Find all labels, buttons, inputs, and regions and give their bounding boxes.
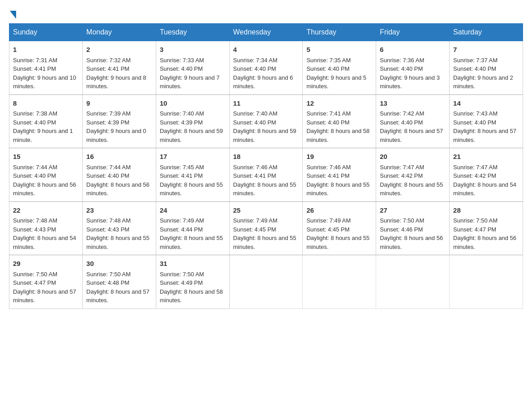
sunset-text: Sunset: 4:39 PM <box>160 119 203 126</box>
daylight-text: Daylight: 8 hours and 57 minutes. <box>86 288 150 304</box>
day-number: 31 <box>160 259 226 269</box>
sunrise-text: Sunrise: 7:39 AM <box>86 110 131 117</box>
day-number: 17 <box>160 152 226 162</box>
daylight-text: Daylight: 8 hours and 56 minutes. <box>453 235 516 250</box>
sunrise-text: Sunrise: 7:40 AM <box>233 110 278 117</box>
calendar-header-row: SundayMondayTuesdayWednesdayThursdayFrid… <box>9 24 523 41</box>
calendar-day-cell: 27Sunrise: 7:50 AMSunset: 4:46 PMDayligh… <box>376 201 450 255</box>
day-number: 30 <box>86 259 152 269</box>
day-number: 14 <box>453 98 519 109</box>
calendar-day-cell <box>229 255 303 309</box>
daylight-text: Daylight: 9 hours and 10 minutes. <box>13 74 76 90</box>
calendar-day-cell: 31Sunrise: 7:50 AMSunset: 4:49 PMDayligh… <box>156 255 229 309</box>
sunrise-text: Sunrise: 7:31 AM <box>13 57 57 64</box>
daylight-text: Daylight: 8 hours and 56 minutes. <box>86 181 150 197</box>
calendar-day-cell: 30Sunrise: 7:50 AMSunset: 4:48 PMDayligh… <box>82 255 156 309</box>
day-number: 23 <box>86 206 152 216</box>
sunrise-text: Sunrise: 7:50 AM <box>13 271 57 278</box>
day-number: 20 <box>380 152 446 162</box>
daylight-text: Daylight: 8 hours and 56 minutes. <box>380 235 443 250</box>
sunrise-text: Sunrise: 7:40 AM <box>160 110 204 117</box>
sunrise-text: Sunrise: 7:36 AM <box>380 57 424 64</box>
day-number: 7 <box>453 45 519 55</box>
daylight-text: Daylight: 8 hours and 56 minutes. <box>13 181 76 197</box>
calendar-day-cell: 14Sunrise: 7:43 AMSunset: 4:40 PMDayligh… <box>450 94 523 148</box>
sunset-text: Sunset: 4:44 PM <box>160 226 203 233</box>
calendar-day-cell: 1Sunrise: 7:31 AMSunset: 4:41 PMDaylight… <box>9 41 83 95</box>
calendar-week-row: 15Sunrise: 7:44 AMSunset: 4:40 PMDayligh… <box>9 148 523 202</box>
daylight-text: Daylight: 8 hours and 57 minutes. <box>380 128 443 143</box>
calendar-day-cell: 8Sunrise: 7:38 AMSunset: 4:40 PMDaylight… <box>9 94 83 148</box>
logo <box>9 9 16 19</box>
day-number: 29 <box>13 259 79 269</box>
sunrise-text: Sunrise: 7:44 AM <box>13 164 57 171</box>
daylight-text: Daylight: 9 hours and 5 minutes. <box>306 74 366 90</box>
sunset-text: Sunset: 4:40 PM <box>13 172 56 179</box>
daylight-text: Daylight: 8 hours and 55 minutes. <box>306 181 369 197</box>
daylight-text: Daylight: 8 hours and 58 minutes. <box>160 288 223 304</box>
sunset-text: Sunset: 4:43 PM <box>13 226 56 233</box>
sunrise-text: Sunrise: 7:45 AM <box>160 164 204 171</box>
day-number: 1 <box>13 45 79 55</box>
sunset-text: Sunset: 4:39 PM <box>86 119 129 126</box>
sunset-text: Sunset: 4:40 PM <box>233 119 276 126</box>
day-number: 27 <box>380 206 446 216</box>
sunset-text: Sunset: 4:48 PM <box>86 279 129 286</box>
day-number: 3 <box>160 45 226 55</box>
day-number: 13 <box>380 98 446 109</box>
calendar-day-cell: 22Sunrise: 7:48 AMSunset: 4:43 PMDayligh… <box>9 201 83 255</box>
calendar-day-cell <box>450 255 523 309</box>
day-number: 15 <box>13 152 79 162</box>
sunset-text: Sunset: 4:40 PM <box>453 65 496 72</box>
sunset-text: Sunset: 4:41 PM <box>13 65 56 72</box>
day-number: 26 <box>306 206 372 216</box>
sunrise-text: Sunrise: 7:33 AM <box>160 57 204 64</box>
sunrise-text: Sunrise: 7:49 AM <box>233 217 278 224</box>
calendar-table: SundayMondayTuesdayWednesdayThursdayFrid… <box>9 23 523 309</box>
sunset-text: Sunset: 4:41 PM <box>233 172 276 179</box>
sunset-text: Sunset: 4:41 PM <box>86 65 129 72</box>
calendar-day-cell: 26Sunrise: 7:49 AMSunset: 4:45 PMDayligh… <box>303 201 376 255</box>
sunrise-text: Sunrise: 7:50 AM <box>453 217 498 224</box>
daylight-text: Daylight: 9 hours and 3 minutes. <box>380 74 440 90</box>
daylight-text: Daylight: 9 hours and 1 minute. <box>13 128 73 143</box>
calendar-day-cell: 20Sunrise: 7:47 AMSunset: 4:42 PMDayligh… <box>376 148 450 202</box>
sunrise-text: Sunrise: 7:42 AM <box>380 110 424 117</box>
sunset-text: Sunset: 4:40 PM <box>380 65 423 72</box>
day-number: 16 <box>86 152 152 162</box>
sunset-text: Sunset: 4:49 PM <box>160 279 203 286</box>
day-number: 2 <box>86 45 152 55</box>
calendar-day-cell: 15Sunrise: 7:44 AMSunset: 4:40 PMDayligh… <box>9 148 83 202</box>
daylight-text: Daylight: 8 hours and 58 minutes. <box>306 128 369 143</box>
daylight-text: Daylight: 8 hours and 59 minutes. <box>160 128 223 143</box>
sunrise-text: Sunrise: 7:50 AM <box>86 271 131 278</box>
sunset-text: Sunset: 4:45 PM <box>233 226 276 233</box>
calendar-day-cell: 21Sunrise: 7:47 AMSunset: 4:42 PMDayligh… <box>450 148 523 202</box>
sunset-text: Sunset: 4:40 PM <box>453 119 496 126</box>
calendar-week-row: 22Sunrise: 7:48 AMSunset: 4:43 PMDayligh… <box>9 201 523 255</box>
day-of-week-header: Friday <box>376 24 450 41</box>
sunrise-text: Sunrise: 7:46 AM <box>306 164 351 171</box>
calendar-day-cell: 29Sunrise: 7:50 AMSunset: 4:47 PMDayligh… <box>9 255 83 309</box>
day-number: 6 <box>380 45 446 55</box>
sunrise-text: Sunrise: 7:48 AM <box>86 217 131 224</box>
logo-arrow-icon <box>10 11 16 19</box>
day-of-week-header: Tuesday <box>156 24 229 41</box>
calendar-day-cell: 4Sunrise: 7:34 AMSunset: 4:40 PMDaylight… <box>229 41 303 95</box>
day-number: 24 <box>160 206 226 216</box>
day-of-week-header: Wednesday <box>229 24 303 41</box>
sunset-text: Sunset: 4:41 PM <box>306 172 349 179</box>
sunrise-text: Sunrise: 7:50 AM <box>160 271 204 278</box>
daylight-text: Daylight: 8 hours and 55 minutes. <box>160 235 223 250</box>
day-number: 11 <box>233 98 299 109</box>
sunrise-text: Sunrise: 7:47 AM <box>380 164 424 171</box>
calendar-day-cell <box>376 255 450 309</box>
sunset-text: Sunset: 4:40 PM <box>306 119 349 126</box>
calendar-day-cell: 25Sunrise: 7:49 AMSunset: 4:45 PMDayligh… <box>229 201 303 255</box>
day-number: 4 <box>233 45 299 55</box>
daylight-text: Daylight: 9 hours and 8 minutes. <box>86 74 146 90</box>
page-header <box>9 9 523 19</box>
calendar-body: 1Sunrise: 7:31 AMSunset: 4:41 PMDaylight… <box>9 41 523 309</box>
day-number: 22 <box>13 206 79 216</box>
calendar-day-cell: 9Sunrise: 7:39 AMSunset: 4:39 PMDaylight… <box>82 94 156 148</box>
